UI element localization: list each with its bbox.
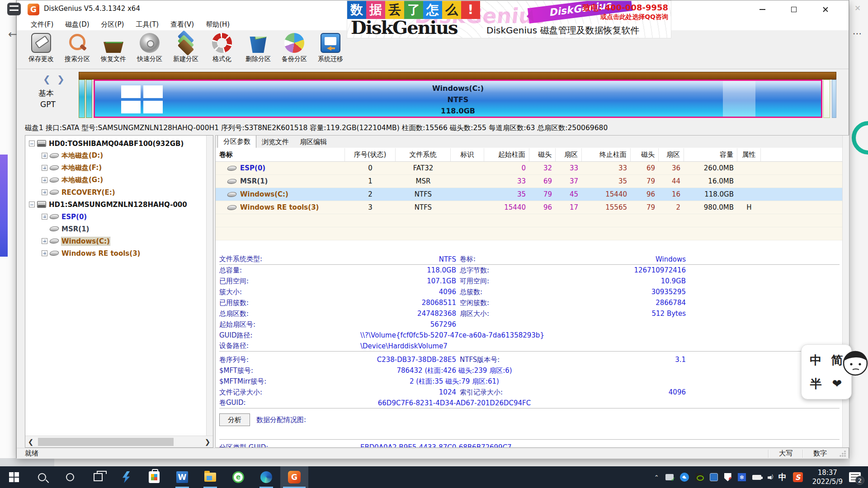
minimize-button[interactable] (749, 0, 775, 19)
expand-plus-icon[interactable] (42, 238, 47, 244)
disc-icon (140, 33, 160, 53)
expand-plus-icon[interactable] (42, 250, 47, 256)
partition-icon (49, 214, 60, 219)
browser-tab-icon[interactable] (7, 3, 21, 15)
tab-2[interactable]: 扇区编辑 (294, 136, 332, 148)
expand-plus-icon[interactable] (42, 153, 47, 159)
more-options-icon[interactable]: ⋯ (853, 28, 863, 39)
taskbar-diskgenius[interactable]: G (280, 466, 308, 488)
expand-plus-icon[interactable] (42, 189, 47, 195)
tree-item-9[interactable]: Windows RE tools(3) (25, 247, 198, 259)
end-head-cell: 69 (631, 164, 659, 172)
toolbar-migrate-button[interactable]: 系统迁移 (312, 30, 349, 68)
tree-item-8[interactable]: Windows(C:) (25, 235, 198, 247)
back-arrow-icon[interactable]: ← (8, 28, 17, 41)
action-center-button[interactable]: 2 (849, 472, 861, 482)
menu-item-5[interactable]: 帮助(H) (200, 19, 236, 30)
volume-details-block-b: 卷序列号:C238-DB37-38DB-28E5NTFS版本号:3.1$MFT簇… (219, 354, 840, 408)
toolbar-pie-button[interactable]: 备份分区 (276, 30, 312, 68)
tree-item-2[interactable]: 本地磁盘(F:) (25, 162, 198, 174)
intel-graphics-tray-icon[interactable] (710, 473, 718, 481)
menu-item-4[interactable]: 查看(V) (165, 19, 200, 30)
partition-re-strip[interactable] (823, 80, 830, 118)
volume-name-cell: Windows(C:) (216, 190, 345, 198)
partition-type-guid-row: 分区类型 GUID: EBD0A0A2-B9E5-4433-87C0-68B6B… (219, 442, 840, 448)
menu-item-1[interactable]: 磁盘(D) (59, 19, 95, 30)
menu-item-3[interactable]: 工具(T) (130, 19, 165, 30)
show-hidden-icons[interactable]: ⌃ (654, 474, 659, 481)
menu-item-2[interactable]: 分区(P) (95, 19, 130, 30)
partition-esp-strip[interactable] (79, 80, 85, 118)
toolbar-recover-button[interactable]: 恢复文件 (95, 30, 132, 68)
taskbar-cortana[interactable] (56, 466, 84, 488)
tree-item-3[interactable]: 本地磁盘(G:) (25, 174, 198, 186)
toolbar-disc-button[interactable]: 快速分区 (132, 30, 168, 68)
taskbar-search[interactable] (28, 466, 56, 488)
taskbar-app-flash[interactable] (112, 466, 140, 488)
banner-qq-link[interactable]: 或点击此处选择QQ咨询 (582, 13, 668, 21)
tree-item-4[interactable]: RECOVERY(E:) (25, 186, 198, 198)
expand-plus-icon[interactable] (42, 177, 47, 183)
tree-item-0[interactable]: HD0:TOSHIBAMQ04ABF100(932GB) (25, 137, 198, 150)
taskbar-browser-360[interactable]: e (224, 466, 252, 488)
security-shield-tray-icon[interactable] (724, 473, 731, 481)
promo-banner[interactable]: DiskGenius 数据丢了怎么! DiskGenius DiskGenius… (347, 0, 671, 38)
tree-item-5[interactable]: HD1:SAMSUNGMZNLN128HAHQ-000 (25, 198, 198, 211)
tree-item-1[interactable]: 本地磁盘(D:) (25, 150, 198, 162)
sogou-tray-icon[interactable]: S (793, 472, 803, 482)
toolbar-trash-button[interactable]: 删除分区 (240, 30, 276, 68)
detail-vertical-scrollbar[interactable] (842, 136, 849, 447)
partition-msr-strip[interactable] (86, 80, 92, 118)
taskbar-store[interactable] (140, 466, 168, 488)
background-close-icon[interactable]: ✕ (854, 4, 861, 13)
close-button[interactable] (812, 0, 839, 19)
task-view-button[interactable] (84, 466, 112, 488)
tree-item-6[interactable]: ESP(0) (25, 211, 198, 223)
expand-plus-icon[interactable] (42, 165, 47, 171)
start-button[interactable] (0, 466, 28, 488)
scroll-right-icon[interactable] (202, 438, 213, 446)
detail-value: 28068511 (355, 299, 456, 307)
banner-contact[interactable]: 致电: 400-008-9958 或点击此处选择QQ咨询 (582, 2, 668, 21)
table-row[interactable]: Windows RE tools(3)3NTFS1544096171556579… (216, 201, 842, 214)
disk-nav-arrows-icon[interactable] (43, 74, 66, 84)
tree-item-7[interactable]: MSR(1) (25, 223, 198, 235)
detail-row: 已用空间:107.1GB可用空间:10.9GB (219, 276, 840, 286)
scroll-left-icon[interactable] (25, 438, 36, 446)
toolbar-layers-button[interactable]: 新建分区 (168, 30, 204, 68)
ime-language-indicator[interactable]: 中 (778, 472, 787, 483)
maximize-button[interactable] (781, 0, 807, 19)
partition-table: 卷标序号(状态)文件系统标识起始柱面磁头扇区终止柱面磁头扇区容量属性ESP(0)… (216, 148, 842, 240)
detail-value: 118.0GB (355, 266, 456, 274)
disk-band[interactable] (79, 72, 836, 80)
windows-logo-icon (9, 472, 19, 482)
printer-tray-icon[interactable] (665, 474, 674, 480)
table-row[interactable]: MSR(1)1MSR33693735794416.0MB (216, 175, 842, 188)
partition-windows-c[interactable]: Windows(C:) NTFS 118.0GB (94, 80, 822, 118)
resize-grip-icon[interactable] (839, 450, 847, 458)
menu-item-0[interactable]: 文件(F) (25, 19, 59, 30)
volume-icon[interactable] (768, 474, 772, 480)
analyze-button[interactable]: 分析 (219, 413, 250, 426)
expand-plus-icon[interactable] (42, 214, 47, 220)
scrollbar-thumb[interactable] (38, 438, 174, 446)
toolbar-save-button[interactable]: 保存更改 (23, 30, 59, 68)
taskbar-file-explorer[interactable] (196, 466, 224, 488)
taskbar-clock[interactable]: 18:37 2022/5/9 (812, 468, 843, 486)
table-row[interactable]: Windows(C:)2NTFS357945154409616118.0GB (216, 188, 842, 201)
nvidia-tray-icon[interactable] (695, 473, 703, 481)
snowflake-tray-icon[interactable]: ❄ (738, 473, 746, 481)
expand-minus-icon[interactable] (29, 202, 35, 207)
expand-minus-icon[interactable] (29, 141, 35, 146)
tree-horizontal-scrollbar[interactable] (25, 436, 213, 447)
tab-1[interactable]: 浏览文件 (256, 136, 294, 148)
table-row[interactable]: ESP(0)0FAT3203233336936260.0MB (216, 162, 842, 175)
battery-icon[interactable] (752, 475, 761, 480)
messenger-tray-icon[interactable] (680, 473, 689, 482)
tree-vertical-scrollbar[interactable] (206, 136, 213, 436)
toolbar-format-button[interactable]: 格式化 (204, 30, 240, 68)
taskbar-word[interactable]: W (168, 466, 196, 488)
taskbar-edge[interactable] (252, 466, 280, 488)
toolbar-search-button[interactable]: 搜索分区 (59, 30, 95, 68)
tab-0[interactable]: 分区参数 (217, 135, 256, 148)
